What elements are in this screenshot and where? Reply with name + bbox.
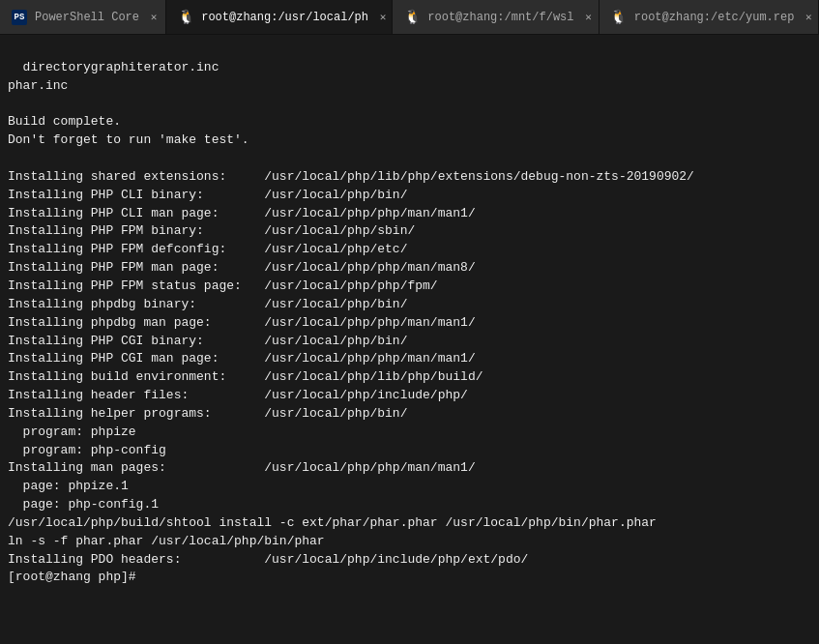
powershell-icon: PS: [12, 10, 27, 25]
tab-bar: PS PowerShell Core ✕ 🐧 root@zhang:/usr/l…: [0, 0, 819, 35]
tab-label-1: root@zhang:/usr/local/ph: [201, 11, 368, 24]
tab-close-3[interactable]: ✕: [802, 11, 815, 24]
linux-icon-3: 🐧: [611, 10, 627, 25]
tab-terminal-1[interactable]: 🐧 root@zhang:/usr/local/ph ✕: [166, 0, 393, 34]
tab-close-2[interactable]: ✕: [582, 11, 596, 24]
linux-icon-2: 🐧: [404, 10, 420, 25]
terminal-content: directorygraphiterator.inc phar.inc Buil…: [0, 35, 819, 644]
tab-powershell[interactable]: PS PowerShell Core ✕: [0, 0, 166, 34]
tab-label-3: root@zhang:/etc/yum.rep: [634, 11, 795, 24]
linux-icon-1: 🐧: [178, 10, 193, 25]
tab-label-2: root@zhang:/mnt/f/wsl: [427, 11, 573, 24]
tab-close-1[interactable]: ✕: [376, 11, 390, 24]
tab-terminal-3[interactable]: 🐧 root@zhang:/etc/yum.rep ✕: [600, 0, 819, 34]
tab-label: PowerShell Core: [35, 11, 139, 24]
tab-close-powershell[interactable]: ✕: [147, 11, 161, 24]
tab-terminal-2[interactable]: 🐧 root@zhang:/mnt/f/wsl ✕: [393, 0, 599, 34]
terminal-text: directorygraphiterator.inc phar.inc Buil…: [8, 60, 694, 585]
